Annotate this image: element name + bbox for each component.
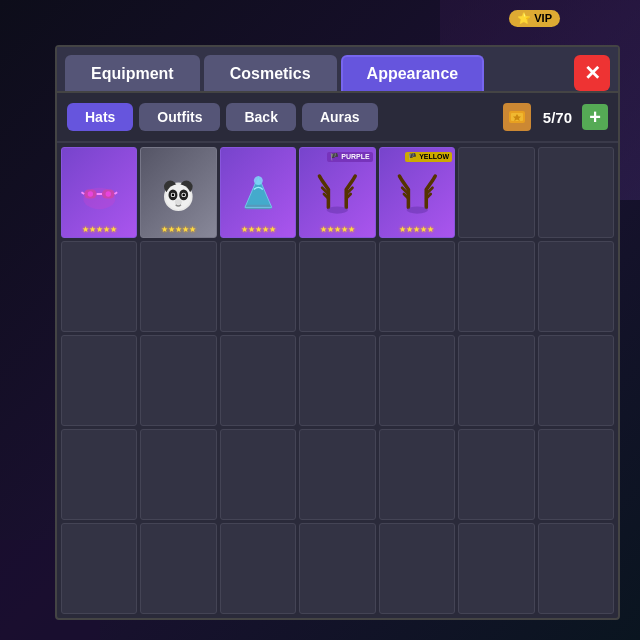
grid-cell — [140, 523, 216, 614]
svg-point-27 — [406, 207, 427, 214]
grid-cell — [458, 335, 534, 426]
grid-cell — [220, 523, 296, 614]
grid-cell — [61, 241, 137, 332]
close-button[interactable]: ✕ — [574, 55, 610, 91]
grid-cell — [61, 335, 137, 426]
grid-cell — [379, 335, 455, 426]
item-stars: ★★★★★ — [161, 223, 196, 237]
item-icon-wizard — [236, 165, 281, 223]
svg-point-26 — [327, 207, 348, 214]
item-icon-antlers — [315, 165, 360, 223]
grid-cell — [140, 335, 216, 426]
grid-cell — [458, 429, 534, 520]
svg-line-8 — [114, 192, 117, 194]
grid-cell — [458, 147, 534, 238]
items-grid: ★★★★★ ★★★★★ ★★★★★🏴PURPLE ★★★★★🏴YELLOW — [61, 147, 614, 614]
sub-tab-back[interactable]: Back — [226, 103, 295, 131]
grid-cell — [61, 429, 137, 520]
sub-tab-hats[interactable]: Hats — [67, 103, 133, 131]
grid-cell — [379, 429, 455, 520]
sub-tab-outfits[interactable]: Outfits — [139, 103, 220, 131]
inventory-dialog: Equipment Cosmetics Appearance ✕ Hats Ou… — [55, 45, 620, 620]
sub-tab-auras[interactable]: Auras — [302, 103, 378, 131]
item-icon-sunglasses — [77, 165, 122, 223]
grid-cell — [379, 523, 455, 614]
grid-cell — [538, 147, 614, 238]
grid-cell[interactable]: ★★★★★ — [61, 147, 137, 238]
vip-badge: ⭐ VIP — [509, 10, 560, 27]
grid-cell — [538, 241, 614, 332]
color-tag: 🏴YELLOW — [405, 152, 452, 162]
item-icon-antlers — [395, 165, 440, 223]
grid-cell — [299, 523, 375, 614]
main-tabs: Equipment Cosmetics Appearance ✕ — [57, 47, 618, 93]
grid-cell — [379, 241, 455, 332]
items-container: ★★★★★ ★★★★★ ★★★★★🏴PURPLE ★★★★★🏴YELLOW — [57, 143, 618, 618]
sub-tabs-bar: Hats Outfits Back Auras 5/70 + — [57, 93, 618, 143]
svg-point-10 — [105, 191, 110, 196]
grid-cell — [538, 523, 614, 614]
item-stars: ★★★★★ — [399, 223, 434, 237]
tab-equipment[interactable]: Equipment — [65, 55, 200, 91]
coin-icon — [503, 103, 531, 131]
grid-cell[interactable]: ★★★★★ — [140, 147, 216, 238]
item-stars: ★★★★★ — [320, 223, 355, 237]
grid-cell — [299, 335, 375, 426]
grid-cell — [299, 429, 375, 520]
expand-capacity-button[interactable]: + — [582, 104, 608, 130]
grid-cell[interactable]: 🏴PURPLE ★★★★★ — [299, 147, 375, 238]
grid-cell — [538, 335, 614, 426]
svg-point-19 — [172, 194, 175, 197]
item-icon-panda — [156, 165, 201, 223]
capacity-display: 5/70 — [543, 109, 572, 126]
svg-point-20 — [183, 194, 186, 197]
grid-cell — [61, 523, 137, 614]
color-tag: 🏴PURPLE — [327, 152, 372, 162]
tab-cosmetics[interactable]: Cosmetics — [204, 55, 337, 91]
grid-cell — [538, 429, 614, 520]
grid-cell — [458, 241, 534, 332]
svg-line-7 — [81, 192, 84, 194]
grid-cell[interactable]: 🏴YELLOW ★★★★★ — [379, 147, 455, 238]
grid-cell — [220, 241, 296, 332]
grid-cell — [220, 429, 296, 520]
grid-cell — [458, 523, 534, 614]
svg-point-9 — [88, 191, 93, 196]
svg-point-21 — [175, 199, 182, 204]
grid-cell — [140, 429, 216, 520]
item-stars: ★★★★★ — [241, 223, 276, 237]
tab-appearance[interactable]: Appearance — [341, 55, 485, 91]
grid-cell — [220, 335, 296, 426]
grid-cell[interactable]: ★★★★★ — [220, 147, 296, 238]
grid-cell — [299, 241, 375, 332]
grid-cell — [140, 241, 216, 332]
item-stars: ★★★★★ — [82, 223, 117, 237]
